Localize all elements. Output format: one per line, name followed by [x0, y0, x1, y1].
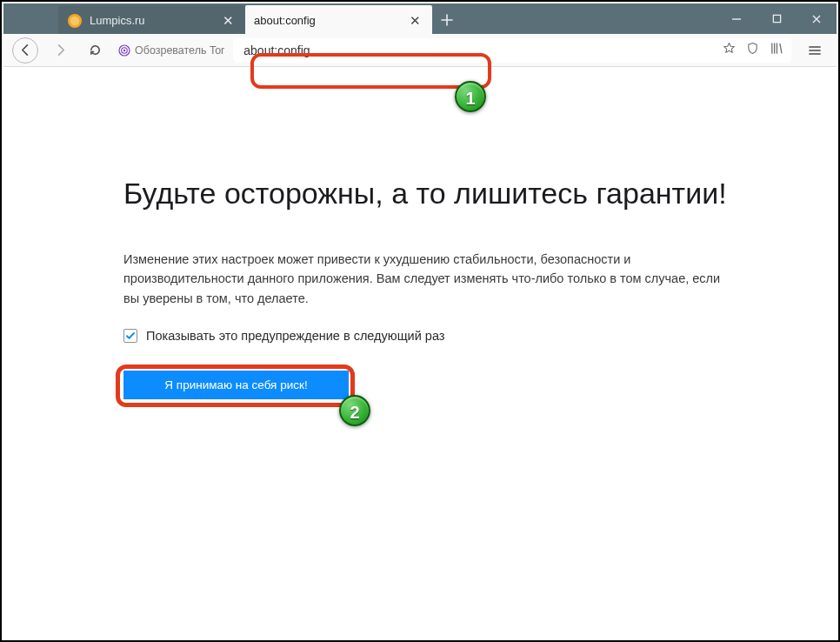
browser-window: Lumpics.ru ✕ about:config ✕: [0, 0, 840, 642]
nav-back-button[interactable]: [12, 37, 38, 64]
bookmark-star-icon[interactable]: [719, 38, 739, 62]
address-bar[interactable]: [233, 38, 791, 63]
svg-point-1: [70, 16, 79, 24]
window-controls: [717, 3, 837, 34]
window-minimize-button[interactable]: [717, 3, 757, 34]
toolbar: Обозреватель Tor: [3, 34, 837, 67]
content-area: Будьте осторожны, а то лишитесь гарантии…: [3, 68, 837, 639]
tab-aboutconfig-close-icon[interactable]: ✕: [407, 11, 423, 30]
tor-identity-text: Обозреватель Tor: [135, 44, 224, 57]
app-menu-button[interactable]: [802, 37, 828, 64]
address-bar-actions: [719, 38, 786, 62]
onion-icon: [118, 44, 130, 57]
show-warning-checkbox-label: Показывать это предупреждение в следующи…: [146, 329, 444, 343]
url-input[interactable]: [242, 43, 719, 58]
window-maximize-button[interactable]: [757, 3, 797, 34]
about-config-warning: Будьте осторожны, а то лишитесь гарантии…: [123, 177, 732, 399]
nav-forward-button[interactable]: [47, 37, 73, 64]
tab-strip-spacer: [3, 3, 58, 34]
show-warning-checkbox-row[interactable]: Показывать это предупреждение в следующи…: [123, 329, 732, 343]
nav-reload-button[interactable]: [82, 37, 108, 64]
tab-lumpics[interactable]: Lumpics.ru ✕: [58, 5, 245, 36]
tab-lumpics-close-icon[interactable]: ✕: [220, 11, 237, 30]
svg-rect-2: [773, 15, 780, 22]
tor-identity-label[interactable]: Обозреватель Tor: [117, 44, 224, 57]
warning-body: Изменение этих настроек может привести к…: [123, 250, 732, 308]
favicon-lumpics-icon: [67, 13, 83, 29]
window-close-button[interactable]: [797, 3, 837, 34]
show-warning-checkbox[interactable]: [123, 329, 137, 343]
tab-aboutconfig-title: about:config: [254, 14, 316, 27]
tab-lumpics-title: Lumpics.ru: [90, 14, 145, 27]
warning-heading: Будьте осторожны, а то лишитесь гарантии…: [123, 177, 732, 211]
library-icon[interactable]: [766, 38, 786, 62]
tab-aboutconfig[interactable]: about:config ✕: [245, 5, 432, 36]
new-tab-button[interactable]: [432, 5, 462, 34]
title-bar: Lumpics.ru ✕ about:config ✕: [3, 3, 837, 34]
svg-point-5: [123, 49, 125, 50]
shield-icon[interactable]: [743, 38, 763, 62]
accept-risk-button[interactable]: Я принимаю на себя риск!: [123, 371, 349, 399]
